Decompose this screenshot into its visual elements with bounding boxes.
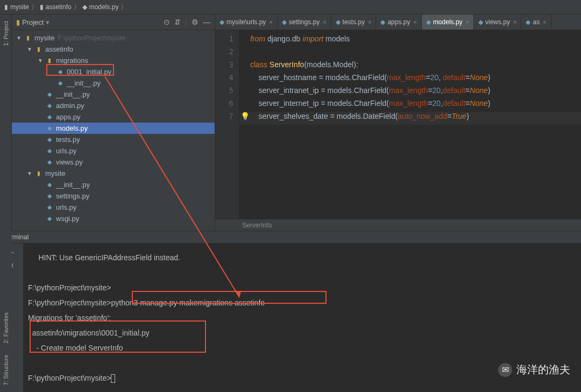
tab-label: settings.py bbox=[289, 18, 320, 26]
tree-item[interactable]: ◆0001_initial.py bbox=[12, 66, 215, 77]
breadcrumb-item[interactable]: assetinfo bbox=[46, 3, 72, 11]
tree-item-label: views.py bbox=[56, 158, 83, 166]
python-file-icon: ◆ bbox=[45, 158, 54, 167]
folder-icon: ▮ bbox=[34, 169, 43, 178]
tree-item[interactable]: ◆settings.py bbox=[12, 190, 215, 202]
python-file-icon: ◆ bbox=[56, 68, 65, 76]
close-icon[interactable]: × bbox=[368, 19, 371, 25]
favorites-tool-tab[interactable]: 2: Favorites bbox=[2, 309, 10, 346]
editor-tab[interactable]: ◆apps.py× bbox=[376, 15, 421, 30]
tab-label: tests.py bbox=[343, 18, 365, 26]
expand-arrow-icon[interactable]: ▼ bbox=[38, 58, 45, 63]
tree-item-label: admin.py bbox=[56, 102, 84, 110]
wechat-icon: ✉ bbox=[498, 363, 512, 377]
terminal-panel: Terminal + × HINT: Use GenericIPAddressF… bbox=[0, 231, 581, 392]
editor-breadcrumb[interactable]: ServerInfo bbox=[215, 219, 581, 231]
tab-label: views.py bbox=[485, 18, 510, 26]
python-file-icon: ◆ bbox=[45, 203, 54, 212]
project-tool-tab[interactable]: 1: Project bbox=[2, 18, 10, 49]
tree-item[interactable]: ◆views.py bbox=[12, 156, 215, 168]
folder-icon: ▮ bbox=[4, 3, 8, 11]
close-icon[interactable]: × bbox=[513, 19, 516, 25]
minimize-icon[interactable]: — bbox=[203, 18, 210, 26]
breadcrumb-item[interactable]: models.py bbox=[89, 3, 119, 11]
code-editor[interactable]: 💡 from django.db import models class Ser… bbox=[239, 30, 581, 219]
tree-item[interactable]: ◆tests.py bbox=[12, 134, 215, 145]
editor-tab[interactable]: ◆as× bbox=[521, 15, 551, 30]
left-tool-gutter: 1: Project bbox=[0, 15, 12, 231]
expand-arrow-icon[interactable]: ▼ bbox=[27, 170, 34, 176]
locate-icon[interactable]: ⊙ bbox=[164, 18, 170, 26]
tree-item[interactable]: ▼▮assetinfo bbox=[12, 44, 215, 55]
editor-tab[interactable]: ◆mysite\urls.py× bbox=[215, 15, 278, 30]
line-number: 4 bbox=[215, 73, 239, 86]
tree-item[interactable]: ▼▮mysite bbox=[12, 168, 215, 179]
editor-tab[interactable]: ◆tests.py× bbox=[331, 15, 377, 30]
tree-item-label: __init__.py bbox=[67, 79, 101, 87]
chevron-right-icon: 〉 bbox=[31, 3, 38, 12]
python-file-icon: ◆ bbox=[219, 18, 224, 26]
close-icon[interactable]: × bbox=[413, 19, 416, 25]
collapse-icon[interactable]: ⇵ bbox=[174, 18, 181, 26]
editor-tab[interactable]: ◆settings.py× bbox=[278, 15, 331, 30]
tree-item[interactable]: ▼▮mysiteF:\pythonProject\mysite bbox=[12, 32, 215, 44]
tree-item[interactable]: ◆__init__.py bbox=[12, 179, 215, 190]
folder-icon: ▮ bbox=[34, 45, 43, 54]
structure-tool-tab[interactable]: 7: Structure bbox=[2, 352, 10, 389]
tree-item[interactable]: ◆urls.py bbox=[12, 202, 215, 213]
terminal-header[interactable]: Terminal bbox=[0, 231, 581, 244]
python-file-icon: ◆ bbox=[45, 90, 54, 99]
tree-item-label: assetinfo bbox=[45, 45, 73, 53]
editor-tab[interactable]: ◆views.py× bbox=[474, 15, 521, 30]
close-icon[interactable]: × bbox=[269, 19, 272, 25]
intention-bulb-icon[interactable]: 💡 bbox=[240, 112, 250, 120]
tree-item-label: urls.py bbox=[56, 203, 76, 211]
close-icon[interactable]: × bbox=[543, 19, 546, 25]
python-file-icon: ◆ bbox=[426, 18, 431, 26]
line-number: 7 bbox=[215, 112, 239, 125]
python-file-icon: ◆ bbox=[45, 136, 54, 144]
tree-item[interactable]: ◆admin.py bbox=[12, 100, 215, 111]
tree-item-label: 0001_initial.py bbox=[67, 68, 111, 76]
tree-item[interactable]: ◆apps.py bbox=[12, 111, 215, 123]
tree-item[interactable]: ◆urls.py bbox=[12, 145, 215, 156]
tree-item-label: __init__.py bbox=[56, 181, 90, 189]
terminal-content[interactable]: HINT: Use GenericIPAddressField instead.… bbox=[24, 244, 581, 392]
tree-item[interactable]: ◆__init__.py bbox=[12, 89, 215, 100]
python-file-icon: ◆ bbox=[45, 124, 54, 133]
tree-item-label: migrations bbox=[56, 56, 88, 65]
dropdown-icon[interactable]: ▾ bbox=[46, 18, 49, 26]
tree-item[interactable]: ◆models.py bbox=[12, 123, 215, 134]
tab-label: as bbox=[533, 18, 540, 26]
tab-label: apps.py bbox=[387, 18, 410, 26]
expand-arrow-icon[interactable]: ▼ bbox=[16, 35, 24, 41]
expand-arrow-icon[interactable]: ▼ bbox=[27, 46, 34, 52]
tree-item-label: mysite bbox=[45, 169, 66, 177]
editor-tab[interactable]: ◆models.py× bbox=[422, 15, 474, 30]
gear-icon[interactable]: ⚙ bbox=[192, 18, 199, 26]
tree-item[interactable]: ◆wsgi.py bbox=[12, 213, 215, 224]
python-file-icon: ◆ bbox=[45, 102, 54, 110]
python-file-icon: ◆ bbox=[45, 192, 54, 201]
close-icon[interactable]: × bbox=[466, 19, 469, 25]
tree-item-label: mysite bbox=[34, 34, 55, 42]
folder-icon: ▮ bbox=[24, 34, 32, 42]
line-number: 6 bbox=[215, 99, 239, 112]
line-number: 1 bbox=[215, 34, 239, 47]
tree-item[interactable]: ▼▮migrations bbox=[12, 55, 215, 66]
python-file-icon: ◆ bbox=[45, 147, 54, 155]
breadcrumb-item[interactable]: mysite bbox=[10, 3, 29, 11]
panel-title[interactable]: Project bbox=[22, 18, 44, 26]
close-icon[interactable]: × bbox=[323, 19, 326, 25]
project-tree[interactable]: ▼▮mysiteF:\pythonProject\mysite▼▮assetin… bbox=[12, 30, 215, 231]
folder-icon: ▮ bbox=[45, 56, 54, 65]
python-file-icon: ◆ bbox=[526, 18, 530, 26]
folder-icon: ▮ bbox=[40, 3, 44, 11]
breadcrumb: ▮ mysite 〉 ▮ assetinfo 〉 ◆ models.py 〉 bbox=[0, 0, 581, 15]
tab-label: models.py bbox=[433, 18, 463, 26]
tree-item[interactable]: ◆__init__.py bbox=[12, 77, 215, 89]
python-file-icon: ◆ bbox=[56, 79, 65, 88]
line-number: 5 bbox=[215, 86, 239, 99]
project-icon: ▮ bbox=[16, 18, 20, 26]
tree-item-label: tests.py bbox=[56, 136, 80, 144]
